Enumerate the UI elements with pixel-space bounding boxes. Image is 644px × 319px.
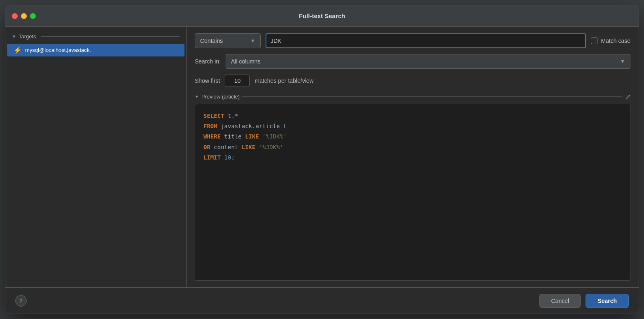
search-in-arrow-icon: ▼ [620,59,625,64]
match-case-checkbox[interactable] [591,38,597,44]
title-bar: Full-text Search [5,5,639,27]
search-button[interactable]: Search [586,294,629,308]
contains-dropdown[interactable]: Contains ▼ [195,33,261,48]
dropdown-arrow-icon: ▼ [250,38,255,44]
main-content: ▼ Targets ⚡ mysql@localhost.javastack. C… [5,27,639,287]
show-first-row: Show first matches per table/view [195,75,630,87]
preview-header: ▼ Preview (article) ⤢ [195,93,630,101]
preview-header-left: ▼ Preview (article) [195,94,622,100]
search-in-row: Search in: All columns ▼ [195,54,630,69]
contains-label: Contains [200,38,247,44]
show-first-label: Show first [195,77,220,84]
left-panel: ▼ Targets ⚡ mysql@localhost.javastack. [5,27,187,287]
bottom-bar: ? Cancel Search [5,287,639,314]
database-label: mysql@localhost.javastack. [25,47,91,53]
chevron-down-icon: ▼ [12,34,16,39]
database-icon: ⚡ [14,46,22,54]
preview-divider [242,96,622,97]
matches-suffix: matches per table/view [254,77,313,84]
maximize-button[interactable] [30,13,36,19]
bottom-actions: Cancel Search [539,294,629,308]
dialog-title: Full-text Search [299,12,345,19]
search-in-dropdown[interactable]: All columns ▼ [226,54,630,69]
help-button[interactable]: ? [15,295,27,307]
preview-chevron-icon: ▼ [195,94,199,99]
close-button[interactable] [12,13,18,19]
full-text-search-dialog: Full-text Search ▼ Targets ⚡ mysql@local… [5,5,639,314]
match-case-group[interactable]: Match case [591,38,630,44]
expand-icon[interactable]: ⤢ [625,93,630,101]
show-first-input[interactable] [225,75,250,87]
cancel-button[interactable]: Cancel [539,294,581,308]
search-in-label: Search in: [195,58,221,65]
search-text-input[interactable] [266,33,586,48]
targets-divider [41,36,180,37]
preview-code-block: SELECT t.*FROM javastack.article tWHERE … [195,104,630,281]
match-case-label: Match case [601,38,630,44]
targets-label: Targets [19,33,36,40]
database-item[interactable]: ⚡ mysql@localhost.javastack. [7,44,184,56]
targets-header: ▼ Targets [5,33,186,44]
search-row: Contains ▼ Match case [195,33,630,48]
preview-title: Preview (article) [201,94,240,100]
window-controls [12,13,36,19]
right-panel: Contains ▼ Match case Search in: All col… [187,27,639,287]
search-in-value: All columns [231,58,620,65]
preview-section: ▼ Preview (article) ⤢ SELECT t.*FROM jav… [195,93,630,281]
minimize-button[interactable] [21,13,27,19]
